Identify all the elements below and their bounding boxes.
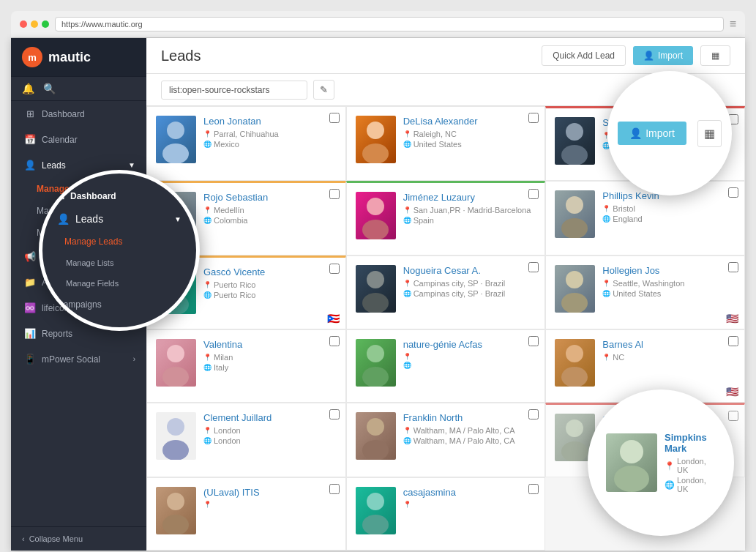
- lead-info: Nogueira Cesar A. 📍 Campinas city, SP · …: [403, 265, 536, 299]
- lead-photo: [555, 339, 595, 387]
- zoom-lead-name: Simpkins Mark: [665, 432, 716, 454]
- lead-name: Jiménez Luzaury: [403, 192, 536, 203]
- zoom-lead-photo: [606, 433, 657, 492]
- zoom-item-leads[interactable]: 👤 Leads ▼: [42, 207, 196, 231]
- lead-checkbox[interactable]: [329, 409, 340, 419]
- lead-card-ulaval[interactable]: (ULaval) ITIS 📍: [146, 477, 346, 551]
- location-icon: 📍: [403, 206, 411, 214]
- sidebar-item-dashboard[interactable]: ⊞ Dashboard: [11, 101, 146, 127]
- grid-view-button[interactable]: ▦: [700, 45, 730, 66]
- lead-checkbox[interactable]: [329, 113, 340, 123]
- lead-photo: [156, 116, 196, 163]
- import-button[interactable]: 👤 Import: [633, 46, 693, 65]
- country-text: England: [613, 215, 642, 223]
- globe-icon: 🌐: [403, 217, 411, 224]
- lead-checkbox[interactable]: [528, 113, 539, 123]
- lead-info: Barnes Al 📍 NC: [602, 339, 736, 363]
- lead-checkbox[interactable]: [528, 262, 539, 272]
- lead-checkbox[interactable]: [528, 189, 539, 199]
- bell-icon[interactable]: 🔔: [22, 83, 34, 94]
- lead-card-casajasmina[interactable]: casajasmina 📍: [346, 477, 546, 551]
- country-text: Puerto Rico: [214, 291, 255, 299]
- minimize-dot[interactable]: [31, 20, 38, 28]
- page-title: Leads: [161, 48, 201, 64]
- city-text: Campinas city, SP · Brazil: [413, 279, 506, 288]
- lead-country: 🌐 Waltham, MA / Palo Alto, CA: [403, 436, 536, 445]
- city-text: Medellín: [214, 206, 244, 215]
- lead-photo: [356, 116, 396, 163]
- grid-icon: ▦: [711, 51, 719, 61]
- lead-card-jimenez[interactable]: Jiménez Luzaury 📍 San Juan,PR · Madrid-B…: [346, 181, 546, 256]
- lead-checkbox[interactable]: [528, 409, 539, 419]
- sidebar-logo[interactable]: m mautic: [11, 38, 146, 77]
- lead-card-hollegien[interactable]: Hollegien Jos 📍 Seattle, Washington 🌐 Un…: [545, 256, 745, 330]
- lead-card-nogueira[interactable]: Nogueira Cesar A. 📍 Campinas city, SP · …: [346, 256, 546, 330]
- city-text: Bristol: [613, 204, 635, 213]
- lead-card-delisa[interactable]: DeLisa Alexander 📍 Raleigh, NC 🌐 United …: [346, 106, 546, 181]
- svg-point-35: [614, 466, 649, 492]
- quick-add-lead-button[interactable]: Quick Add Lead: [542, 45, 626, 66]
- location-icon: 📍: [403, 280, 411, 287]
- lead-city: 📍 Parral, Chihuahua: [203, 130, 337, 138]
- lead-info: Valentina 📍 Milan 🌐 Italy: [203, 339, 337, 373]
- lead-info: Rojo Sebastian 📍 Medellín 🌐 Colombia: [203, 192, 337, 226]
- url-bar[interactable]: https://www.mautic.org: [55, 17, 724, 31]
- filter-input[interactable]: [161, 81, 307, 100]
- lead-checkbox[interactable]: [329, 264, 340, 274]
- zoom-lead-city: 📍 London, UK: [665, 457, 716, 474]
- city-text: Seattle, Washington: [613, 279, 684, 288]
- logo-icon: m: [22, 47, 42, 67]
- close-dot[interactable]: [20, 20, 27, 28]
- flag-icon: 🇺🇸: [726, 313, 738, 324]
- zoom-item-manage-lists[interactable]: Manage Lists: [42, 253, 196, 273]
- lead-checkbox[interactable]: [329, 484, 340, 494]
- lead-card-phillips[interactable]: Phillips Kevin 📍 Bristol 🌐 England: [545, 181, 745, 256]
- lead-checkbox[interactable]: [728, 187, 738, 198]
- content-header: Leads Quick Add Lead 👤 Import ▦: [146, 38, 745, 74]
- campaigns-icon: 📢: [24, 251, 36, 262]
- collapse-menu-button[interactable]: ‹ Collapse Menu: [11, 526, 146, 551]
- lead-photo: [156, 487, 196, 534]
- lead-photo: [156, 339, 196, 387]
- zoom-city-text: London, UK: [677, 457, 716, 474]
- lead-checkbox[interactable]: [728, 262, 738, 272]
- svg-point-10: [566, 196, 583, 214]
- lead-checkbox[interactable]: [528, 336, 539, 346]
- zoom-lead-country: 🌐 London, UK: [665, 476, 716, 493]
- lead-city: 📍 Medellín: [203, 206, 337, 215]
- sidebar-zoom-circle: ⊞ Dashboard 👤 Leads ▼ Manage Leads Manag…: [39, 170, 200, 331]
- grid-button-zoom[interactable]: ▦: [697, 120, 722, 147]
- lead-card-clement[interactable]: Clement Juillard 📍 London 🌐 London: [146, 403, 346, 477]
- lead-card-leon[interactable]: Leon Jonatan 📍 Parral, Chihuahua 🌐 Mexic…: [146, 106, 346, 181]
- lead-checkbox[interactable]: [329, 189, 340, 199]
- lead-name: (ULaval) ITIS: [203, 487, 337, 498]
- collapse-label: Collapse Menu: [29, 534, 83, 543]
- lead-city: 📍 Puerto Rico: [203, 280, 337, 289]
- lead-checkbox[interactable]: [528, 484, 539, 494]
- svg-point-8: [367, 198, 384, 215]
- lead-city: 📍 Seattle, Washington: [602, 279, 736, 288]
- lead-checkbox[interactable]: [728, 336, 738, 346]
- country-text: Mexico: [214, 140, 239, 149]
- zoom-sub-label: Campaigns: [57, 299, 102, 310]
- sidebar-item-calendar[interactable]: 📅 Calendar: [11, 127, 146, 152]
- zoom-item-manage-fields[interactable]: Manage Fields: [42, 273, 196, 294]
- city-text: Waltham, MA / Palo Alto, CA: [413, 426, 515, 435]
- city-text: Parral, Chihuahua: [214, 130, 279, 138]
- lead-card-franklin[interactable]: Franklin North 📍 Waltham, MA / Palo Alto…: [346, 403, 546, 477]
- sidebar-item-mpower[interactable]: 📱 mPower Social ›: [11, 346, 146, 372]
- lead-card-nature-genie[interactable]: nature-génie Acfas 📍 🌐: [346, 329, 546, 403]
- flag-icon: 🇺🇸: [726, 386, 738, 398]
- country-text: Italy: [214, 363, 228, 372]
- lead-card-valentina[interactable]: Valentina 📍 Milan 🌐 Italy: [146, 329, 346, 403]
- lead-checkbox[interactable]: [728, 411, 738, 421]
- search-icon[interactable]: 🔍: [43, 83, 56, 94]
- lead-checkbox[interactable]: [329, 336, 340, 346]
- lead-photo-placeholder: [156, 412, 196, 460]
- filter-edit-button[interactable]: ✎: [313, 80, 334, 100]
- import-button-zoom[interactable]: 👤 Import: [618, 122, 686, 145]
- zoom-item-manage-leads[interactable]: Manage Leads: [42, 231, 196, 253]
- leads-icon: 👤: [57, 213, 70, 225]
- maximize-dot[interactable]: [42, 20, 49, 28]
- globe-icon: 🌐: [203, 141, 212, 148]
